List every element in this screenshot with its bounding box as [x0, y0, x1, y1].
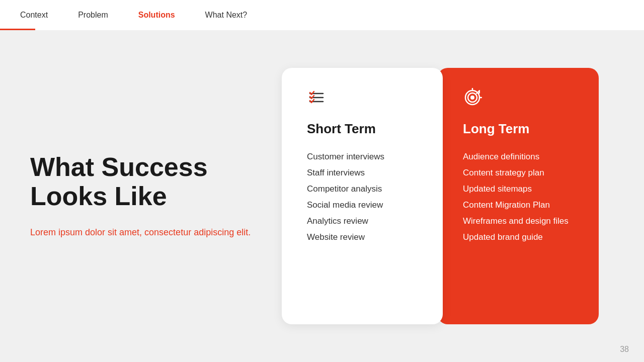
main-content: What Success Looks Like Lorem ipsum dolo… [0, 30, 644, 362]
left-panel: What Success Looks Like Lorem ipsum dolo… [30, 153, 272, 239]
short-term-card: Short Term Customer interviews Staff int… [282, 68, 443, 324]
list-item: Customer interviews [307, 152, 418, 162]
nav-solutions[interactable]: Solutions [138, 11, 175, 20]
list-item: Staff interviews [307, 168, 418, 178]
list-item: Wireframes and design files [463, 216, 574, 226]
list-item: Updated brand guide [463, 232, 574, 242]
list-item: Audience definitions [463, 152, 574, 162]
list-item: Analytics review [307, 216, 418, 226]
long-term-card: Long Term Audience definitions Content s… [438, 68, 599, 324]
list-item: Social media review [307, 200, 418, 210]
page-title: What Success Looks Like [30, 153, 272, 210]
list-item: Updated sitemaps [463, 184, 574, 194]
list-item: Website review [307, 232, 418, 242]
long-term-list: Audience definitions Content strategy pl… [463, 152, 574, 242]
list-item: Competitor analysis [307, 184, 418, 194]
target-icon [463, 88, 574, 111]
short-term-title: Short Term [307, 121, 418, 137]
list-item: Content Migration Plan [463, 200, 574, 210]
navigation: Context Problem Solutions What Next? [0, 0, 644, 30]
short-term-list: Customer interviews Staff interviews Com… [307, 152, 418, 242]
long-term-title: Long Term [463, 121, 574, 137]
nav-what-next[interactable]: What Next? [205, 11, 248, 20]
checklist-icon [307, 88, 418, 111]
svg-point-5 [470, 96, 474, 100]
list-item: Content strategy plan [463, 168, 574, 178]
subtitle: Lorem ipsum dolor sit amet, consectetur … [30, 226, 272, 239]
page-number: 38 [620, 345, 629, 354]
nav-problem[interactable]: Problem [78, 11, 108, 20]
nav-context[interactable]: Context [20, 11, 48, 20]
cards-container: Short Term Customer interviews Staff int… [282, 68, 599, 324]
